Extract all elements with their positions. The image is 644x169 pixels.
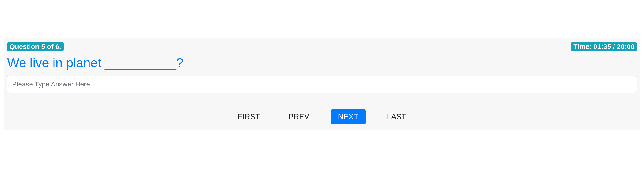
answer-input-wrap (4, 73, 640, 93)
first-button[interactable]: FIRST (230, 109, 267, 124)
answer-input[interactable] (7, 76, 637, 93)
time-badge: Time: 01:35 / 20:00 (571, 42, 637, 52)
question-number-badge: Question 5 of 6. (7, 42, 64, 52)
next-button[interactable]: NEXT (331, 109, 366, 124)
last-button[interactable]: LAST (380, 109, 414, 124)
nav-row: FIRST PREV NEXT LAST (4, 102, 640, 124)
quiz-panel: Question 5 of 6. Time: 01:35 / 20:00 We … (4, 38, 640, 130)
question-text: We live in planet __________? (4, 52, 640, 73)
header-row: Question 5 of 6. Time: 01:35 / 20:00 (4, 42, 640, 52)
prev-button[interactable]: PREV (282, 109, 317, 124)
